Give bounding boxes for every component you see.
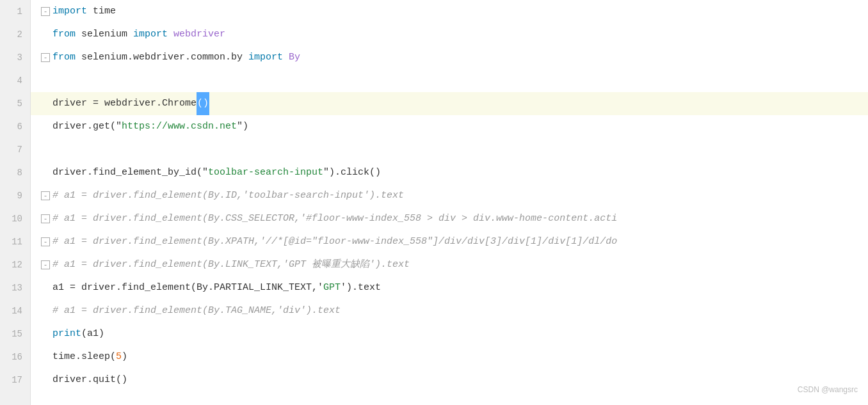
- comment-14: # a1 = driver.find_element(By.TAG_NAME,'…: [52, 299, 341, 322]
- line-num-7: 7: [0, 138, 30, 161]
- code-text-16b: ): [122, 345, 127, 369]
- comment-11: # a1 = driver.find_element(By.XPATH,'//*…: [52, 230, 617, 253]
- comment-10: # a1 = driver.find_element(By.CSS_SELECT…: [52, 207, 617, 230]
- code-line-17: driver.quit(): [31, 369, 868, 392]
- code-line-9: - # a1 = driver.find_element(By.ID,'tool…: [31, 184, 868, 207]
- line-num-1: 1: [0, 0, 30, 23]
- line-num-12: 12: [0, 253, 30, 276]
- code-line-13: a1 = driver.find_element(By.PARTIAL_LINK…: [31, 276, 868, 299]
- keyword-import-3: import: [248, 46, 283, 69]
- code-line-16: time.sleep(5): [31, 345, 868, 369]
- code-line-12: - # a1 = driver.find_element(By.LINK_TEX…: [31, 253, 868, 276]
- keyword-webdriver-2: webdriver: [173, 23, 225, 46]
- code-text-13b: ').text: [341, 276, 381, 299]
- code-text-8a: driver.find_element_by_id(": [52, 161, 208, 184]
- comment-12: # a1 = driver.find_element(By.LINK_TEXT,…: [52, 253, 410, 276]
- line-num-10: 10: [0, 207, 30, 230]
- code-text-17: driver.quit(): [52, 369, 127, 392]
- watermark: CSDN @wangsrc: [798, 378, 858, 401]
- keyword-from-2: from: [52, 23, 76, 46]
- fold-icon-1[interactable]: -: [41, 7, 50, 16]
- line-num-11: 11: [0, 230, 30, 253]
- fold-icon-9[interactable]: -: [41, 191, 50, 200]
- line-num-14: 14: [0, 299, 30, 322]
- line-num-6: 6: [0, 115, 30, 138]
- code-text-3b: [283, 46, 289, 69]
- keyword-import-1: import: [52, 0, 87, 23]
- comment-9: # a1 = driver.find_element(By.ID,'toolba…: [52, 184, 404, 207]
- code-text-5a: driver = webdriver.Chrome: [52, 92, 197, 115]
- line-num-15: 15: [0, 322, 30, 345]
- line-num-3: 3: [0, 46, 30, 69]
- line-numbers: 1 2 3 4 5 6 7 8 9 10 11 12 13 14 15 16 1…: [0, 0, 31, 405]
- fold-icon-12[interactable]: -: [41, 260, 50, 269]
- line-num-8: 8: [0, 161, 30, 184]
- cursor-5: (): [197, 92, 209, 115]
- code-text-2b: [168, 23, 173, 46]
- str-8: toolbar-search-input: [208, 161, 323, 184]
- fold-icon-3[interactable]: -: [41, 53, 50, 62]
- code-line-10: - # a1 = driver.find_element(By.CSS_SELE…: [31, 207, 868, 230]
- code-line-15: print(a1): [31, 322, 868, 345]
- line-num-16: 16: [0, 345, 30, 369]
- code-line-3: - from selenium.webdriver.common.by impo…: [31, 46, 868, 69]
- code-line-7: [31, 138, 868, 161]
- code-text-2a: selenium: [76, 23, 133, 46]
- keyword-import-2: import: [133, 23, 168, 46]
- code-text-13a: a1 = driver.find_element(By.PARTIAL_LINK…: [52, 276, 323, 299]
- code-editor: 1 2 3 4 5 6 7 8 9 10 11 12 13 14 15 16 1…: [0, 0, 868, 405]
- line-num-4: 4: [0, 69, 30, 92]
- code-text-8b: ").click(): [323, 161, 381, 184]
- line-num-13: 13: [0, 276, 30, 299]
- keyword-by-3: By: [289, 46, 300, 69]
- fold-icon-10[interactable]: -: [41, 214, 50, 223]
- str-13: GPT: [323, 276, 341, 299]
- code-line-5: driver = webdriver.Chrome(): [31, 92, 868, 115]
- code-text-3a: selenium.webdriver.common.by: [76, 46, 248, 69]
- num-16: 5: [116, 345, 122, 369]
- code-text-6b: "): [237, 115, 248, 138]
- line-num-2: 2: [0, 23, 30, 46]
- code-text-6a: driver.get(": [52, 115, 122, 138]
- fold-icon-11[interactable]: -: [41, 237, 50, 246]
- url-6: https://www.csdn.net: [122, 115, 237, 138]
- line-num-9: 9: [0, 184, 30, 207]
- code-text-16a: time.sleep(: [52, 345, 116, 369]
- code-line-4: [31, 69, 868, 92]
- code-line-14: # a1 = driver.find_element(By.TAG_NAME,'…: [31, 299, 868, 322]
- code-line-2: from selenium import webdriver: [31, 23, 868, 46]
- builtin-print-15: print: [52, 322, 81, 345]
- code-line-6: driver.get("https://www.csdn.net"): [31, 115, 868, 138]
- code-text-15: (a1): [81, 322, 104, 345]
- code-line-11: - # a1 = driver.find_element(By.XPATH,'/…: [31, 230, 868, 253]
- line-num-17: 17: [0, 369, 30, 392]
- keyword-from-3: from: [52, 46, 76, 69]
- code-text-1: time: [87, 0, 116, 23]
- code-area[interactable]: - import time from selenium import webdr…: [31, 0, 868, 405]
- code-line-1: - import time: [31, 0, 868, 23]
- code-line-8: driver.find_element_by_id("toolbar-searc…: [31, 161, 868, 184]
- line-num-5: 5: [0, 92, 30, 115]
